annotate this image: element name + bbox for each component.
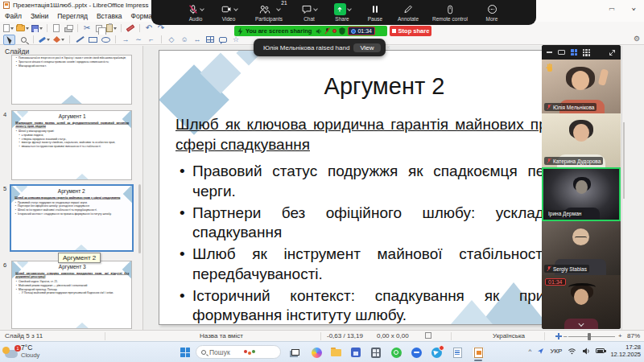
app-button[interactable] — [410, 346, 423, 359]
copilot-button[interactable] — [310, 346, 323, 359]
connector-icon[interactable]: ⌐ — [147, 35, 156, 45]
search-placeholder: Пошук — [209, 348, 241, 356]
slide-name-tooltip: Аргумент 2 — [58, 253, 101, 263]
participant-tile[interactable]: Sergiy Stabias — [542, 221, 621, 275]
close-notification-icon[interactable]: × — [386, 43, 390, 51]
gallery-view-icon-active[interactable] — [571, 49, 577, 56]
chevron-down-icon[interactable] — [276, 6, 281, 11]
slide-thumbnail-3[interactable]: Повномасштабне вторгнення росії в Україн… — [11, 55, 132, 105]
speaker-view-icon[interactable] — [558, 50, 565, 55]
slides-panel-scrollbar[interactable] — [138, 184, 141, 253]
menu-view[interactable]: Перегляд — [57, 12, 88, 20]
document-modified-icon — [425, 332, 431, 339]
zoom-tool-icon[interactable] — [19, 35, 28, 45]
save-app-button[interactable] — [349, 346, 362, 359]
table-icon[interactable] — [205, 35, 215, 45]
zoom-in-button[interactable]: + — [618, 332, 622, 339]
system-tray: ^ УКР 17:28 12.12.2025 — [529, 343, 641, 358]
text-language[interactable]: Українська — [493, 332, 525, 339]
slide-number: 6 — [3, 261, 6, 269]
participant-tile[interactable]: 01:34 — [542, 275, 621, 329]
zoom-out-button[interactable]: – — [564, 332, 567, 339]
slide-thumbnail-6[interactable]: Аргумент 3 Шлюб автоматично створює комп… — [11, 261, 132, 329]
zoom-level[interactable]: 87% — [627, 332, 640, 339]
annotate-button[interactable]: Annotate — [394, 3, 422, 22]
clone-formatting-icon[interactable] — [126, 23, 135, 34]
print-icon[interactable] — [64, 23, 73, 34]
copy-icon[interactable] — [94, 23, 104, 34]
pause-share-button[interactable]: Pause — [361, 3, 389, 22]
participant-tile-active-speaker[interactable]: Ірина Дерман — [542, 167, 621, 221]
rectangle-icon[interactable] — [88, 35, 97, 45]
menu-edit[interactable]: Зміни — [31, 12, 48, 20]
open-icon[interactable] — [16, 23, 29, 34]
curve-icon[interactable]: ∼ — [134, 35, 143, 45]
new-document-icon[interactable] — [3, 23, 14, 34]
view-button[interactable]: View — [353, 43, 380, 52]
select-tool-icon[interactable] — [3, 35, 15, 45]
callout-icon[interactable] — [218, 35, 228, 45]
whatsapp-button[interactable] — [390, 346, 402, 359]
insert-line-icon[interactable] — [75, 35, 85, 45]
slide-thumbnail-5-selected[interactable]: Аргумент 2 Шлюб як ключова юридична гара… — [10, 184, 134, 252]
chevron-down-icon[interactable] — [347, 6, 352, 11]
start-button[interactable] — [179, 346, 192, 359]
zoom-slider-thumb[interactable] — [588, 333, 591, 340]
grid-view-icon[interactable] — [583, 49, 590, 56]
menu-insert[interactable]: Вставка — [97, 12, 122, 20]
remote-control-button[interactable]: Remote control — [427, 3, 473, 22]
file-explorer-button[interactable] — [329, 346, 342, 359]
clock[interactable]: 17:28 12.12.2025 — [610, 343, 641, 358]
save-icon[interactable] — [31, 23, 43, 34]
stop-share-button[interactable]: Stop share — [390, 26, 431, 36]
telegram-button[interactable] — [430, 346, 443, 359]
hidden-icons-chevron[interactable]: ^ — [529, 348, 532, 355]
zoom-fit-icon[interactable] — [555, 333, 562, 339]
undo-icon[interactable]: ↶ — [144, 23, 154, 34]
mic-muted-icon — [547, 158, 551, 164]
fill-color-icon[interactable] — [53, 35, 64, 45]
basic-shapes-icon[interactable]: ◇ — [167, 35, 176, 45]
menu-file[interactable]: Файл — [5, 12, 22, 20]
workspace-scrollbar[interactable] — [623, 122, 625, 199]
slide-thumbnail-4[interactable]: Аргумент 1 Міжнародне право визнає шлюб … — [11, 110, 132, 180]
symbol-shapes-icon[interactable]: ☺ — [180, 35, 189, 45]
weather-widget[interactable]: 1 7°C Cloudy — [5, 344, 39, 359]
audio-button[interactable]: Audio — [182, 3, 209, 22]
search-icon — [201, 350, 206, 355]
participants-button[interactable]: 21 Participants — [248, 3, 290, 22]
paste-icon[interactable] — [106, 23, 117, 34]
mic-muted-icon — [188, 4, 199, 15]
wifi-icon[interactable] — [568, 348, 576, 355]
task-view-button[interactable] — [289, 346, 302, 359]
battery-icon[interactable] — [596, 348, 605, 353]
impress-taskbar-button-active[interactable] — [472, 346, 485, 359]
slide-bullet: Шлюб як інструмент майнової стабільності… — [175, 245, 578, 284]
slide-text-block[interactable]: Шлюб як ключова юридична гарантія майнов… — [175, 115, 578, 325]
share-button[interactable]: Share — [328, 3, 356, 22]
ellipse-icon[interactable] — [101, 35, 110, 45]
video-button[interactable]: Video — [215, 3, 242, 22]
more-button[interactable]: More — [478, 3, 506, 22]
participant-tile[interactable]: Юлія Мельнікова — [542, 60, 621, 113]
speaker-icon[interactable] — [582, 348, 590, 355]
sidebar-settings-gear-icon[interactable]: ⚙ — [634, 35, 640, 43]
taskbar-search[interactable]: Пошук — [196, 345, 281, 359]
calculator-button[interactable] — [369, 346, 382, 359]
document-app-button[interactable] — [451, 346, 464, 359]
participant-tile[interactable]: Катерина Дудорова — [542, 113, 621, 167]
export-icon[interactable] — [52, 23, 61, 34]
arrow-shape-icon[interactable]: → — [121, 35, 130, 45]
pause-icon — [370, 4, 380, 14]
keyboard-language[interactable]: УКР — [550, 348, 562, 355]
chevron-down-icon[interactable] — [233, 6, 238, 11]
chat-button[interactable]: Chat — [295, 3, 323, 22]
chevron-down-icon[interactable] — [313, 6, 318, 11]
chevron-down-icon[interactable] — [200, 6, 204, 11]
cut-icon[interactable]: ✂ — [82, 23, 92, 34]
expand-panel-icon[interactable] — [609, 49, 616, 56]
zoom-slider[interactable] — [568, 336, 615, 337]
line-color-icon[interactable] — [39, 35, 50, 45]
minimize-panel-icon[interactable] — [547, 51, 552, 53]
block-arrows-icon[interactable]: ↔ — [192, 35, 202, 45]
